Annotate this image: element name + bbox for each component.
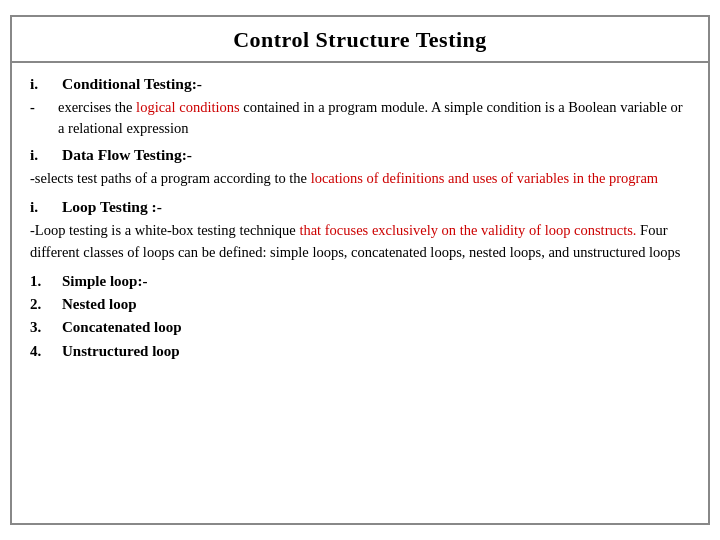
section-ii-label: i. [30, 146, 50, 164]
list-label-4: Unstructured loop [62, 340, 180, 363]
list-num-1: 1. [30, 270, 52, 293]
loop-para: -Loop testing is a white-box testing tec… [30, 220, 690, 263]
section-conditional-title: Conditional Testing:- [62, 75, 202, 93]
dataflow-para-text: -selects test paths of a program accordi… [30, 168, 690, 189]
slide-body: i. Conditional Testing:- - exercises the… [12, 63, 708, 377]
dataflow-para: -selects test paths of a program accordi… [30, 168, 690, 189]
list-num-2: 2. [30, 293, 52, 316]
section-conditional-heading: i. Conditional Testing:- [30, 75, 690, 93]
list-label-1: Simple loop:- [62, 270, 147, 293]
section-loop-title: Loop Testing :- [62, 198, 162, 216]
list-num-3: 3. [30, 316, 52, 339]
section-dataflow-heading: i. Data Flow Testing:- [30, 146, 690, 164]
section-i-label: i. [30, 75, 50, 93]
conditional-bullet: - exercises the logical conditions conta… [30, 97, 690, 139]
bullet-dash: - [30, 97, 48, 139]
list-label-2: Nested loop [62, 293, 137, 316]
slide-title: Control Structure Testing [12, 17, 708, 63]
dataflow-colored-text: locations of definitions and uses of var… [311, 170, 659, 186]
section-dataflow-title: Data Flow Testing:- [62, 146, 192, 164]
list-item-1: 1. Simple loop:- [30, 270, 690, 293]
list-label-3: Concatenated loop [62, 316, 182, 339]
conditional-bullet-text: exercises the logical conditions contain… [58, 97, 690, 139]
logical-conditions-text: logical conditions [136, 99, 240, 115]
list-item-3: 3. Concatenated loop [30, 316, 690, 339]
list-num-4: 4. [30, 340, 52, 363]
list-item-2: 2. Nested loop [30, 293, 690, 316]
section-loop-heading: i. Loop Testing :- [30, 198, 690, 216]
loop-colored-text: that focuses exclusively on the validity… [299, 222, 636, 238]
section-iii-label: i. [30, 198, 50, 216]
list-item-4: 4. Unstructured loop [30, 340, 690, 363]
numbered-list: 1. Simple loop:- 2. Nested loop 3. Conca… [30, 270, 690, 363]
slide-container: Control Structure Testing i. Conditional… [10, 15, 710, 525]
